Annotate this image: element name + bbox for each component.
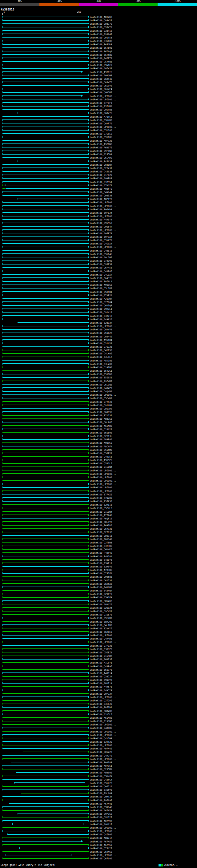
hit-label[interactable]: UniRef100_C4JFG4: [90, 778, 112, 781]
hit-row[interactable]: UniRef100_A9RQH3: [0, 73, 197, 77]
hit-bar[interactable]: [2, 421, 89, 423]
hit-row[interactable]: UniRef100_A67M56: [0, 840, 197, 843]
hit-row[interactable]: UniRef100_Q5UB27: [0, 331, 197, 334]
hit-bar[interactable]: [2, 428, 89, 430]
hit-label[interactable]: UniRef100_A49926: [90, 318, 112, 321]
hit-row[interactable]: UniRef100_Q5CWQ2: [0, 396, 197, 400]
hit-bar[interactable]: [2, 339, 89, 341]
hit-bar[interactable]: [2, 57, 89, 59]
hit-bar[interactable]: [2, 514, 89, 516]
hit-bar[interactable]: [2, 91, 89, 93]
hit-label[interactable]: UniRef100_A7APX0: [90, 294, 112, 297]
hit-label[interactable]: UniRef100_B7FDF8: [90, 102, 112, 104]
hit-row[interactable]: UniRef100_B5SS51: [0, 376, 197, 379]
hit-row[interactable]: UniRef100_UPI000...: [0, 486, 197, 489]
hit-label[interactable]: UniRef100_Q4G9X4: [90, 242, 112, 245]
hit-row[interactable]: UniRef100_Q86GD5: [0, 407, 197, 410]
hit-row[interactable]: UniRef100_UPI000...: [0, 245, 197, 248]
hit-bar[interactable]: [2, 494, 89, 495]
hit-bar[interactable]: [2, 686, 89, 687]
hit-bar[interactable]: [2, 425, 89, 427]
hit-label[interactable]: UniRef100_Q95P5A: [90, 263, 112, 266]
hit-label[interactable]: UniRef100_UPI000...: [90, 246, 117, 248]
hit-bar[interactable]: [18, 198, 89, 199]
hit-label[interactable]: UniRef100_B4JHQ7: [90, 589, 112, 592]
hit-row[interactable]: UniRef100_C96647: [0, 225, 197, 228]
hit-label[interactable]: UniRef100_A8BP86: [90, 438, 112, 441]
hit-label[interactable]: UniRef100_A4RSY4: [90, 218, 112, 221]
hit-bar[interactable]: [2, 580, 89, 581]
hit-bar[interactable]: [2, 336, 89, 337]
hit-bar[interactable]: [2, 136, 89, 137]
hit-bar[interactable]: [2, 43, 89, 45]
hit-label[interactable]: UniRef100_UPI000...: [90, 126, 117, 128]
hit-bar[interactable]: [2, 150, 89, 152]
hit-label[interactable]: UniRef100_C4WB16: [90, 249, 112, 252]
hit-row[interactable]: UniRef100_A9NFT9: [0, 187, 197, 190]
hit-bar[interactable]: [2, 88, 89, 90]
hit-row[interactable]: UniRef100_A5H1E9: [0, 595, 197, 599]
hit-label[interactable]: UniRef100_B5SS51: [90, 376, 112, 379]
hit-bar[interactable]: [2, 291, 89, 292]
hit-row[interactable]: UniRef100_A9L904: [0, 791, 197, 795]
hit-bar[interactable]: [2, 226, 89, 227]
hit-label[interactable]: UniRef100_Q3THU6: [90, 545, 112, 548]
hit-row[interactable]: UniRef100_Q4G9X4: [0, 242, 197, 245]
hit-label[interactable]: UniRef100_Q4PB85: [90, 270, 112, 273]
hit-row[interactable]: UniRef100_B2VHY5: [0, 627, 197, 630]
hit-row[interactable]: UniRef100_B8LYV7: [0, 520, 197, 523]
hit-label[interactable]: UniRef100_A07951: [90, 765, 112, 767]
hit-label[interactable]: UniRef100_Q3C8J9: [90, 703, 112, 706]
hit-bar[interactable]: [2, 511, 89, 513]
hit-label[interactable]: UniRef100_B4QLY8: [90, 559, 112, 561]
hit-row[interactable]: UniRef100_UPI000...: [0, 489, 197, 493]
hit-bar[interactable]: [2, 827, 89, 828]
hit-bar[interactable]: [2, 693, 89, 694]
hit-bar[interactable]: [2, 562, 89, 564]
hit-bar[interactable]: [2, 593, 89, 595]
hit-row[interactable]: UniRef100_C1BN22: [0, 427, 197, 431]
hit-row[interactable]: UniRef100_C8V2K8: [0, 599, 197, 602]
hit-label[interactable]: UniRef100_UPI000...: [90, 473, 117, 475]
hit-label[interactable]: UniRef100_UPI000...: [90, 641, 117, 644]
hit-label[interactable]: UniRef100_B7NZQ2: [90, 497, 112, 499]
hit-row[interactable]: UniRef100_C4Q2P0: [0, 386, 197, 390]
hit-row[interactable]: UniRef100_Q3C8J9: [0, 702, 197, 706]
hit-bar[interactable]: [2, 755, 89, 756]
hit-row[interactable]: UniRef100_Q95P5A: [0, 262, 197, 266]
hit-label[interactable]: UniRef100_Q35C85: [90, 40, 112, 42]
hit-label[interactable]: UniRef100_A67M41: [90, 802, 112, 805]
hit-row[interactable]: UniRef100_P27635: [0, 530, 197, 534]
hit-label[interactable]: UniRef100_UPI000...: [90, 490, 117, 493]
hit-bar[interactable]: [2, 277, 89, 279]
hit-row[interactable]: UniRef100_Q9FYN3: [0, 149, 197, 152]
hit-row[interactable]: UniRef100_A9TWJ2: [0, 66, 197, 70]
hit-label[interactable]: UniRef100_D7SSL9: [90, 132, 112, 135]
hit-bar[interactable]: [2, 384, 89, 385]
hit-bar[interactable]: [18, 112, 89, 114]
hit-bar[interactable]: [2, 669, 89, 670]
hit-bar[interactable]: [2, 391, 89, 392]
hit-bar[interactable]: [2, 95, 81, 97]
hit-label[interactable]: UniRef100_Q39724: [90, 675, 112, 678]
hit-row[interactable]: UniRef100_A213W7: [0, 297, 197, 300]
hit-row[interactable]: UniRef100_Q4PP95: [0, 664, 197, 668]
hit-label[interactable]: UniRef100_A65NH6: [90, 425, 112, 427]
hit-row[interactable]: UniRef100_B9E097: [0, 798, 197, 802]
hit-bar[interactable]: [2, 325, 89, 327]
hit-bar[interactable]: [2, 820, 89, 822]
hit-bar[interactable]: [2, 54, 89, 55]
hit-bar[interactable]: [2, 167, 89, 169]
hit-bar[interactable]: [2, 844, 89, 845]
hit-row[interactable]: UniRef100_C5KPB1: [0, 290, 197, 293]
hit-label[interactable]: UniRef100_A2S5B9: [90, 153, 112, 156]
hit-row[interactable]: UniRef100_B9HYH0: [0, 118, 197, 122]
hit-bar[interactable]: [2, 23, 89, 24]
hit-label[interactable]: UniRef100_P86348: [90, 538, 112, 541]
hit-bar[interactable]: [2, 518, 89, 519]
hit-bar[interactable]: [2, 858, 89, 859]
hit-label[interactable]: UniRef100_UPI000...: [90, 744, 117, 747]
hit-label[interactable]: UniRef100_UPI000...: [90, 734, 117, 737]
hit-bar[interactable]: [2, 126, 89, 127]
hit-bar[interactable]: [2, 16, 89, 18]
